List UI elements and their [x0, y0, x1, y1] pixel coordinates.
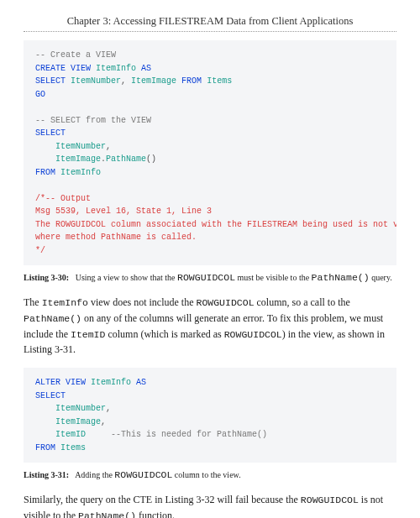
body-text: column (which is marked as: [105, 328, 223, 340]
body-text: The: [24, 296, 42, 308]
output-line: where method PathName is called.: [35, 233, 197, 242]
output-line: /*-- Output: [35, 194, 91, 203]
ident-iteminfo: ItemInfo: [91, 378, 131, 387]
code-comment: -- SELECT from the VIEW: [35, 116, 151, 125]
caption-mono: ROWGUIDCOL: [114, 469, 172, 480]
punc-parens: (): [146, 154, 156, 164]
caption-text: Using a view to show that the: [76, 273, 177, 282]
ident-itemid: ItemID: [55, 430, 86, 439]
kw-select: SELECT: [35, 128, 66, 138]
punc-comma: ,: [101, 417, 106, 426]
caption-text: column to the view.: [172, 470, 240, 479]
chapter-title: Chapter 3: Accessing FILESTREAM Data fro…: [24, 15, 396, 28]
kw-from: FROM: [181, 76, 202, 86]
caption-text: must be visible to the: [235, 273, 312, 282]
kw-view: VIEW: [71, 64, 91, 73]
kw-go: GO: [35, 90, 45, 99]
kw-from: FROM: [35, 168, 55, 177]
body-text: column, so a call to the: [255, 296, 350, 308]
code-listing-3-31: ALTER VIEW ItemInfo AS SELECT ItemNumber…: [24, 368, 396, 463]
output-line: */: [35, 246, 45, 255]
punc-comma: ,: [106, 142, 111, 151]
inline-mono: ItemInfo: [42, 297, 88, 308]
ident-items: Items: [60, 443, 86, 453]
inline-mono: PathName(): [24, 313, 81, 324]
output-line: The ROWGUIDCOL column associated with th…: [35, 220, 396, 229]
inline-mono: ROWGUIDCOL: [301, 494, 359, 505]
punc-comma: ,: [121, 76, 126, 86]
kw-from: FROM: [35, 443, 55, 453]
ident-itemnumber: ItemNumber: [55, 142, 106, 151]
code-listing-3-30: -- Create a VIEW CREATE VIEW ItemInfo AS…: [24, 40, 396, 265]
kw-alter: ALTER: [35, 378, 60, 387]
caption-mono: PathName(): [312, 272, 370, 283]
output-line: Msg 5539, Level 16, State 1, Line 3: [35, 207, 212, 216]
listing-label: Listing 3-31:: [24, 470, 69, 479]
caption-text: Adding the: [75, 470, 114, 479]
inline-mono: PathName(): [78, 510, 136, 518]
ident-iteminfo: ItemInfo: [60, 168, 101, 177]
listing-label: Listing 3-30:: [24, 273, 69, 282]
punc-comma: ,: [106, 404, 111, 413]
ident-iteminfo: ItemInfo: [96, 64, 136, 73]
code-comment: --This is needed for PathName(): [111, 430, 267, 439]
body-paragraph-1: The ItemInfo view does not include the R…: [24, 295, 396, 358]
body-text: view does not include the: [88, 296, 197, 308]
listing-caption-3-31: Listing 3-31: Adding the ROWGUIDCOL colu…: [24, 469, 396, 480]
kw-view: VIEW: [66, 378, 86, 387]
ident-itemimage: ItemImage: [131, 76, 176, 86]
kw-select: SELECT: [35, 391, 66, 400]
header-rule: [24, 31, 396, 32]
code-comment: -- Create a VIEW: [35, 50, 116, 60]
ident-itemnumber: ItemNumber: [71, 76, 121, 86]
inline-mono: ROWGUIDCOL: [224, 329, 282, 340]
body-paragraph-2: Similarly, the query on the CTE in Listi…: [24, 492, 396, 518]
ident-itemimage: ItemImage: [55, 154, 101, 164]
body-text: function.: [136, 510, 175, 518]
caption-text: query.: [370, 273, 392, 282]
kw-select: SELECT: [35, 76, 66, 86]
page-container: Chapter 3: Accessing FILESTREAM Data fro…: [0, 0, 420, 518]
inline-mono: ROWGUIDCOL: [197, 297, 255, 308]
fn-pathname: PathName: [106, 154, 146, 164]
caption-mono: ROWGUIDCOL: [177, 272, 235, 283]
kw-create: CREATE: [35, 64, 66, 73]
ident-itemnumber: ItemNumber: [55, 404, 106, 413]
inline-mono: ItemID: [71, 329, 105, 340]
ident-itemimage: ItemImage: [55, 417, 101, 426]
listing-caption-3-30: Listing 3-30: Using a view to show that …: [24, 272, 396, 283]
ident-items: Items: [207, 76, 232, 86]
kw-as: AS: [136, 378, 146, 387]
body-text: Similarly, the query on the CTE in Listi…: [24, 494, 301, 505]
kw-as: AS: [141, 64, 151, 73]
